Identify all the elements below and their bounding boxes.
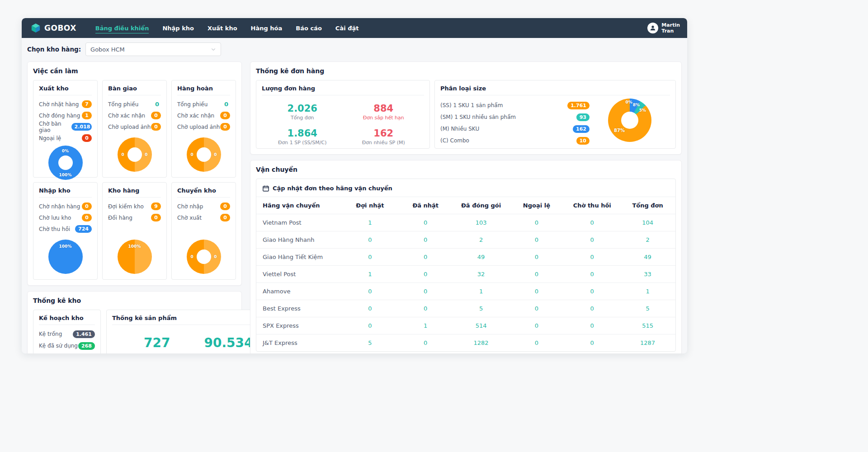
todo-row[interactable]: Chờ upload ảnh 0: [177, 121, 230, 132]
donut-chart-ban-giao: 0 0: [118, 137, 152, 172]
count-badge[interactable]: 9: [151, 202, 161, 210]
donut-chart-hang-hoan: 0 0: [187, 137, 221, 172]
warehouse-selector-label: Chọn kho hàng:: [27, 46, 81, 53]
count-badge[interactable]: 0: [151, 214, 161, 221]
nav-item-bao-cao[interactable]: Báo cáo: [296, 25, 322, 32]
count-badge[interactable]: 724: [75, 225, 92, 233]
shipping-panel: Vận chuyển Cập nhật đơn theo hãng vận ch…: [250, 160, 682, 353]
warehouse-selector-row: Chọn kho hàng: Gobox HCM: [22, 38, 687, 61]
shipping-table-card: Cập nhật đơn theo hãng vận chuyển Hãng v…: [256, 179, 676, 352]
plan-row[interactable]: Kệ đã sử dụng 268: [39, 340, 95, 352]
nav-item-dashboard[interactable]: Bảng điều khiển: [95, 25, 149, 32]
todo-row[interactable]: Tổng phiếu 0: [177, 99, 230, 110]
top-navbar: GOBOX Bảng điều khiển Nhập kho Xuất kho …: [22, 18, 687, 38]
app-window: GOBOX Bảng điều khiển Nhập kho Xuất kho …: [22, 18, 687, 353]
brand-logo[interactable]: GOBOX: [31, 23, 76, 33]
count-badge[interactable]: 2.018: [71, 123, 92, 131]
todo-row[interactable]: Chờ xuất 0: [177, 212, 230, 223]
table-header-row: Hãng vận chuyển Đợi nhặt Đã nhặt Đã đóng…: [256, 197, 675, 214]
warehouse-stats-panel: Thống kê kho Kế hoạch kho Kệ trống 1.461…: [27, 291, 242, 353]
todo-row[interactable]: Chờ đóng hàng 1: [39, 110, 92, 121]
nav-item-hang-hoa[interactable]: Hàng hóa: [251, 25, 283, 32]
card-title: Chuyển kho: [177, 187, 230, 198]
nav-item-xuat-kho[interactable]: Xuất kho: [208, 25, 237, 32]
brand-name: GOBOX: [44, 24, 76, 33]
count-badge[interactable]: 1.461: [73, 330, 95, 338]
count-badge[interactable]: 93: [576, 113, 590, 121]
count-badge[interactable]: 268: [78, 342, 95, 350]
donut-chart-nhap-kho: 100%: [48, 240, 83, 274]
user-menu[interactable]: Martin Tran: [647, 22, 680, 34]
todo-row[interactable]: Tổng phiếu 0: [108, 99, 161, 110]
size-row-sm[interactable]: (SM) 1 SKU nhiều sản phẩm 93: [440, 111, 590, 123]
user-name: Martin Tran: [661, 22, 680, 34]
todo-row[interactable]: Chờ thu hồi 724: [39, 223, 92, 235]
chevron-down-icon: [211, 47, 216, 52]
carrier-row-ghn: Giao Hàng Nhanh 0 0 2 0 0 2: [256, 231, 675, 248]
card-title: Xuất kho: [39, 85, 92, 95]
nav-item-cai-dat[interactable]: Cài đặt: [335, 25, 359, 32]
todo-card-chuyen-kho: Chuyển kho Chờ nhập 0 Chờ xuất 0 0: [171, 182, 236, 280]
todo-row[interactable]: Chờ upload ảnh 0: [108, 121, 161, 132]
shipping-table: Hãng vận chuyển Đợi nhặt Đã nhặt Đã đóng…: [256, 197, 675, 351]
count-badge[interactable]: 0: [220, 112, 230, 119]
card-title: Thống kê sản phẩm: [112, 315, 253, 325]
count-badge[interactable]: 162: [573, 125, 590, 133]
nav-item-nhap-kho[interactable]: Nhập kho: [162, 25, 194, 32]
card-title: Bàn giao: [108, 85, 161, 95]
card-title: Kế hoạch kho: [39, 315, 95, 325]
todo-panel-title: Việc cần làm: [33, 67, 236, 75]
count-badge[interactable]: 0: [82, 214, 92, 221]
plan-row[interactable]: Kệ trống 1.461: [39, 328, 95, 340]
count-badge[interactable]: 0: [82, 134, 92, 142]
warehouse-select[interactable]: Gobox HCM: [85, 42, 221, 56]
carrier-row-ahamove: Ahamove 0 0 1 0 0 1: [256, 282, 675, 300]
count-badge[interactable]: 0: [82, 202, 92, 210]
size-row-m[interactable]: (M) Nhiều SKU 162: [440, 123, 590, 135]
shipping-table-header: Cập nhật đơn theo hãng vận chuyển: [256, 179, 675, 197]
todo-row[interactable]: Ngoại lệ 0: [39, 132, 92, 144]
todo-card-xuat-kho: Xuất kho Chờ nhặt hàng 7 Chờ đóng hàng 1…: [33, 80, 98, 178]
user-avatar-icon: [647, 23, 658, 33]
count-value: 0: [224, 101, 230, 108]
todo-card-nhap-kho: Nhập kho Chờ nhận hàng 0 Chờ lưu kho 0 C…: [33, 182, 98, 280]
carrier-row-viettel-post: Viettel Post 1 0 32 0 0 33: [256, 265, 675, 282]
todo-row[interactable]: Đổi hàng 0: [108, 212, 161, 223]
count-badge[interactable]: 10: [576, 137, 590, 145]
count-badge[interactable]: 0: [220, 214, 230, 221]
metric-single-sp-orders: 1.864 Đơn 1 SP (SS/SM/C): [262, 128, 343, 146]
count-badge[interactable]: 1: [82, 112, 92, 119]
count-badge[interactable]: 7: [82, 100, 92, 108]
todo-row[interactable]: Chờ lưu kho 0: [39, 212, 92, 223]
count-value: 0: [155, 101, 161, 108]
size-classification-card: Phân loại size (SS) 1 SKU 1 sản phẩm 1.7…: [434, 80, 676, 149]
count-badge[interactable]: 1.761: [567, 102, 590, 109]
shipping-title: Vận chuyển: [256, 166, 676, 173]
carrier-row-spx-express: SPX Express 0 1 514 0 0 515: [256, 317, 675, 334]
size-row-ss[interactable]: (SS) 1 SKU 1 sản phẩm 1.761: [440, 99, 590, 111]
todo-row[interactable]: Chờ bàn giao 2.018: [39, 121, 92, 132]
todo-row[interactable]: Chờ nhập 0: [177, 201, 230, 212]
size-row-combo[interactable]: (C) Combo 10: [440, 135, 590, 146]
count-badge[interactable]: 0: [220, 123, 230, 131]
card-title: Nhập kho: [39, 187, 92, 198]
product-count: 727: [144, 335, 170, 350]
todo-row[interactable]: Chờ nhận hàng 0: [39, 201, 92, 212]
nav-menu: Bảng điều khiển Nhập kho Xuất kho Hàng h…: [95, 18, 359, 38]
metric-multi-sp-orders: 162 Đơn nhiều SP (M): [343, 128, 425, 146]
count-badge[interactable]: 0: [220, 202, 230, 210]
todo-row[interactable]: Chờ xác nhận 0: [177, 110, 230, 121]
count-badge[interactable]: 0: [151, 123, 161, 131]
shipping-table-title: Cập nhật đơn theo hãng vận chuyển: [273, 185, 392, 192]
order-volume-card: Lượng đơn hàng 2.026 Tổng đơn 884 Đơn sắ…: [256, 80, 430, 149]
todo-card-hang-hoan: Hàng hoàn Tổng phiếu 0 Chờ xác nhận 0 Ch…: [171, 80, 236, 178]
metric-total-orders: 2.026 Tổng đơn: [262, 103, 343, 121]
todo-row[interactable]: Chờ nhặt hàng 7: [39, 99, 92, 110]
card-title: Phân loại size: [440, 85, 670, 95]
todo-row[interactable]: Chờ xác nhận 0: [108, 110, 161, 121]
product-quantity: 90.534: [204, 335, 253, 350]
count-badge[interactable]: 0: [151, 112, 161, 119]
todo-row[interactable]: Đợi kiểm kho 9: [108, 201, 161, 212]
card-title: Hàng hoàn: [177, 85, 230, 95]
carrier-row-jnt-express: J&T Express 5 0 1282 0 0 1287: [256, 334, 675, 351]
